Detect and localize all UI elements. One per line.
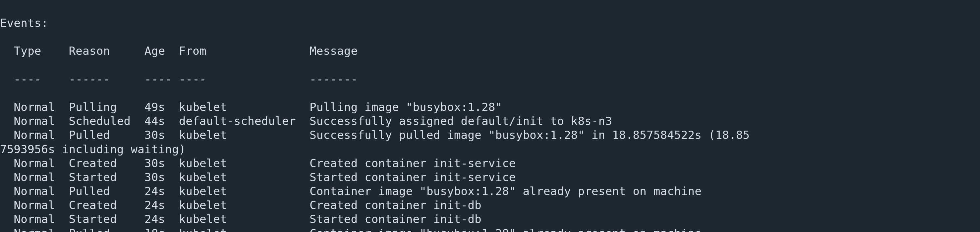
events-header: Events: [0, 16, 980, 30]
event-row: Normal Started 24s kubelet Started conta… [0, 212, 980, 226]
event-row: Normal Scheduled 44s default-scheduler S… [0, 114, 980, 128]
event-row: Normal Pulled 30s kubelet Successfully p… [0, 128, 980, 142]
event-row: Normal Pulled 24s kubelet Container imag… [0, 184, 980, 198]
events-header-text: Events: [0, 16, 48, 30]
event-row: Normal Created 24s kubelet Created conta… [0, 198, 980, 212]
event-row: Normal Pulling 49s kubelet Pulling image… [0, 100, 980, 114]
event-row: Normal Started 30s kubelet Started conta… [0, 170, 980, 184]
event-row: Normal Pulled 18s kubelet Container imag… [0, 226, 980, 232]
events-column-header: Type Reason Age From Message [0, 44, 980, 58]
event-row: Normal Created 30s kubelet Created conta… [0, 156, 980, 170]
terminal-output: Events: Type Reason Age From Message ---… [0, 0, 980, 232]
events-column-underline: ---- ------ ---- ---- ------- [0, 72, 980, 86]
event-row-wrap: 7593956s including waiting) [0, 142, 980, 156]
